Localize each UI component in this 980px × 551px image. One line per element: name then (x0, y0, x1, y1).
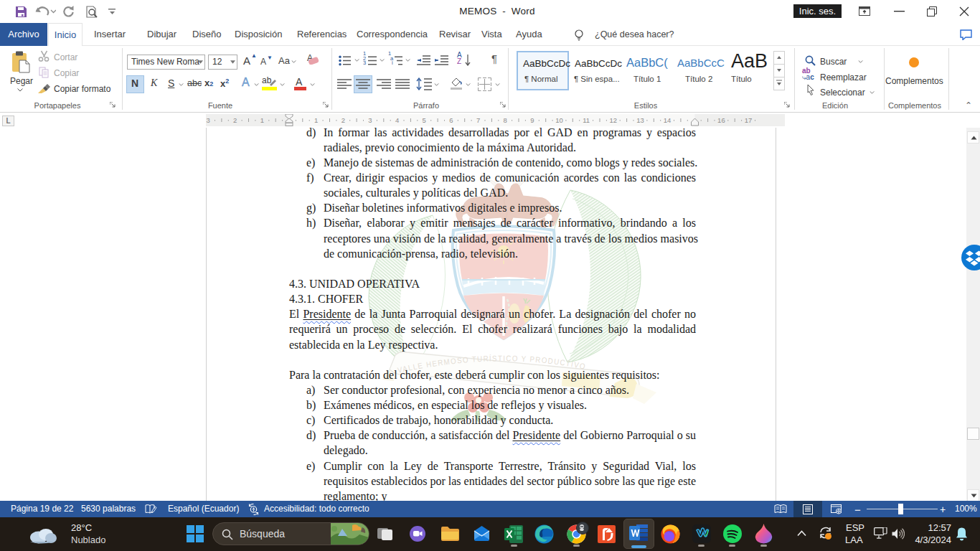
svg-text:16: 16 (717, 116, 725, 124)
svg-text:17: 17 (745, 116, 753, 124)
svg-text:9: 9 (530, 116, 534, 124)
svg-text:12: 12 (610, 116, 618, 124)
svg-text:3: 3 (206, 116, 209, 124)
svg-text:2: 2 (341, 116, 345, 124)
svg-text:7: 7 (476, 116, 480, 124)
svg-text:3: 3 (368, 116, 372, 124)
svg-text:5: 5 (423, 116, 426, 124)
svg-text:8: 8 (504, 116, 507, 124)
svg-text:11: 11 (583, 116, 590, 124)
svg-text:2: 2 (233, 116, 237, 124)
svg-text:13: 13 (636, 116, 644, 124)
svg-text:6: 6 (449, 116, 453, 124)
svg-text:4: 4 (395, 116, 399, 124)
svg-text:1: 1 (260, 116, 264, 124)
svg-text:1: 1 (314, 116, 318, 124)
svg-text:14: 14 (664, 116, 672, 124)
svg-text:10: 10 (555, 116, 563, 124)
